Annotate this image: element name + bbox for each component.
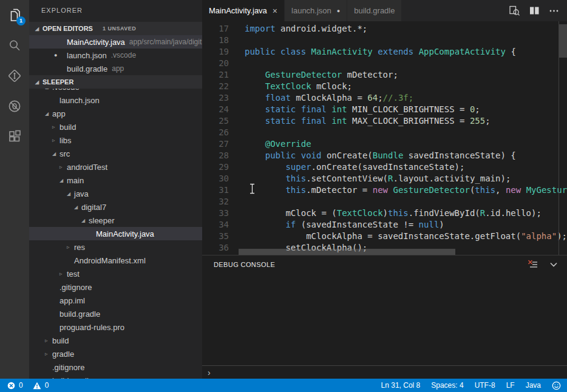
- tree-item-label: build: [59, 123, 76, 132]
- line-number: 20: [202, 58, 229, 69]
- line-content: static final int MAX_CLOCK_BRIGHTNESS = …: [229, 115, 491, 127]
- code-editor[interactable]: 17import android.widget.*;1819public cla…: [202, 21, 567, 255]
- debug-console-output: [202, 274, 567, 365]
- open-editor-item[interactable]: MainActivity.javaapp/src/main/java/digit…: [29, 35, 202, 49]
- tree-item-label: app.iml: [59, 296, 85, 305]
- twistie-collapsed-icon: ▹: [45, 337, 52, 343]
- tree-item-label: launch.json: [59, 96, 100, 105]
- tree-item-androidtest[interactable]: ▹androidTest: [29, 160, 202, 174]
- twistie-collapsed-icon: ▹: [52, 137, 59, 143]
- line-content: import android.widget.*;: [229, 23, 367, 35]
- file-tree: ◢.vscodelaunch.json◢app▹build▹libs◢src▹a…: [29, 89, 202, 379]
- status-encoding[interactable]: UTF-8: [475, 381, 495, 390]
- tree-item-gradle[interactable]: ▹gradle: [29, 347, 202, 360]
- tree-item-app[interactable]: ◢app: [29, 107, 202, 120]
- twistie-expanded-icon: ◢: [74, 204, 81, 210]
- tree-item-proguard-rules-pro[interactable]: proguard-rules.pro: [29, 320, 202, 334]
- open-editors-header[interactable]: ◢ OPEN EDITORS 1 UNSAVED: [29, 22, 202, 35]
- activity-search-button[interactable]: [0, 30, 29, 61]
- tree-item-label: MainActivity.java: [96, 229, 154, 238]
- code-line: 25 static final int MAX_CLOCK_BRIGHTNESS…: [202, 115, 567, 127]
- close-panel-icon[interactable]: [549, 260, 559, 269]
- tab-build-gradle[interactable]: build.gradle: [347, 0, 402, 21]
- activity-debug-button[interactable]: [0, 91, 29, 121]
- tree-item-launch-json[interactable]: launch.json: [29, 93, 202, 107]
- tree-item--gitignore[interactable]: .gitignore: [29, 280, 202, 294]
- tree-item-androidmanifest-xml[interactable]: AndroidManifest.xml: [29, 254, 202, 267]
- tree-item-app-iml[interactable]: app.iml: [29, 294, 202, 307]
- tab-label: MainActivity.java: [209, 6, 267, 15]
- tree-item-main[interactable]: ◢main: [29, 174, 202, 187]
- line-number: 30: [202, 173, 229, 184]
- line-content: super.onCreate(savedInstanceState);: [229, 161, 464, 173]
- tree-item-src[interactable]: ◢src: [29, 147, 202, 160]
- tree-item-sleeper[interactable]: ◢sleeper: [29, 214, 202, 227]
- line-content: mClock = (TextClock)this.findViewById(R.…: [229, 208, 542, 219]
- status-indentation[interactable]: Spaces: 4: [431, 381, 463, 390]
- line-content: this.setContentView(R.layout.activity_ma…: [229, 173, 511, 184]
- activity-source-control-button[interactable]: [0, 61, 29, 91]
- clear-console-icon[interactable]: [528, 260, 538, 269]
- tree-item-build[interactable]: ▹build: [29, 120, 202, 133]
- split-editor-icon[interactable]: [529, 6, 540, 15]
- more-actions-icon[interactable]: [549, 5, 559, 16]
- line-number: 32: [202, 196, 229, 208]
- tab-bar: MainActivity.java×launch.json●build.grad…: [202, 0, 567, 21]
- tree-item-label: digital7: [81, 203, 106, 212]
- open-editor-item[interactable]: ●launch.json.vscode: [29, 49, 202, 62]
- line-number: 24: [202, 104, 229, 115]
- activity-explorer-button[interactable]: 1: [0, 0, 29, 30]
- status-problems[interactable]: 0 0: [7, 381, 49, 390]
- twistie-collapsed-icon: ▹: [67, 244, 74, 250]
- open-editors-label: OPEN EDITORS: [42, 25, 93, 32]
- tree-item-java[interactable]: ◢java: [29, 187, 202, 200]
- tab-mainactivity-java[interactable]: MainActivity.java×: [202, 0, 285, 21]
- panel-actions: [528, 260, 559, 269]
- code-line: 27 @Override: [202, 138, 567, 150]
- tree-item-build-gradle[interactable]: build.gradle: [29, 307, 202, 320]
- tree-item-res[interactable]: ▹res: [29, 240, 202, 254]
- tree-item-mainactivity-java[interactable]: MainActivity.java: [29, 227, 202, 240]
- horizontal-scrollbar[interactable]: [239, 249, 455, 255]
- tree-item--vscode[interactable]: ◢.vscode: [29, 89, 202, 93]
- status-right: Ln 31, Col 8Spaces: 4UTF-8LFJava: [381, 381, 561, 390]
- tree-item--gitignore[interactable]: .gitignore: [29, 360, 202, 374]
- folder-section-header[interactable]: ◢ SLEEPER: [29, 75, 202, 89]
- activity-bar: 1: [0, 0, 29, 379]
- line-content: TextClock mClock;: [229, 81, 352, 92]
- code-line: 21 GestureDetector mDetector;: [202, 69, 567, 81]
- tab-launch-json[interactable]: launch.json●: [285, 0, 347, 21]
- line-number: 18: [202, 35, 229, 46]
- tree-item-build-gradle[interactable]: build.gradle: [29, 374, 202, 379]
- open-editor-description: app: [112, 64, 124, 73]
- tree-item-label: java: [74, 189, 89, 198]
- close-tab-icon[interactable]: ×: [273, 6, 277, 16]
- debug-console-input[interactable]: ›: [202, 365, 567, 379]
- prompt-chevron-icon: ›: [208, 368, 211, 377]
- status-language-mode[interactable]: Java: [526, 381, 541, 390]
- code-line: 20: [202, 58, 567, 69]
- tree-item-label: libs: [59, 136, 72, 145]
- status-eol[interactable]: LF: [506, 381, 515, 390]
- feedback-smiley-icon[interactable]: [552, 381, 561, 390]
- status-cursor-position[interactable]: Ln 31, Col 8: [381, 381, 421, 390]
- line-content: static final int MIN_CLOCK_BRIGHTNESS = …: [229, 104, 480, 115]
- vertical-scrollbar[interactable]: [559, 24, 567, 58]
- code-line: 29 super.onCreate(savedInstanceState);: [202, 161, 567, 173]
- tree-item-digital7[interactable]: ◢digital7: [29, 200, 202, 214]
- line-number: 27: [202, 138, 229, 150]
- tree-item-build[interactable]: ▹build: [29, 334, 202, 347]
- tree-item-libs[interactable]: ▹libs: [29, 133, 202, 147]
- activity-extensions-button[interactable]: [0, 121, 29, 152]
- line-content: [229, 127, 245, 138]
- open-editor-item[interactable]: build.gradleapp: [29, 62, 202, 75]
- sidebar-explorer: EXPLORER ◢ OPEN EDITORS 1 UNSAVED MainAc…: [29, 0, 202, 379]
- line-number: 22: [202, 81, 229, 92]
- tree-item-label: .gitignore: [52, 363, 84, 372]
- line-number: 31: [202, 184, 229, 196]
- panel-title-debug-console[interactable]: DEBUG CONSOLE: [214, 261, 275, 268]
- code-line: 33 mClock = (TextClock)this.findViewById…: [202, 208, 567, 219]
- tree-item-test[interactable]: ▹test: [29, 267, 202, 280]
- find-in-file-icon[interactable]: [509, 5, 520, 16]
- error-count: 0: [19, 381, 23, 390]
